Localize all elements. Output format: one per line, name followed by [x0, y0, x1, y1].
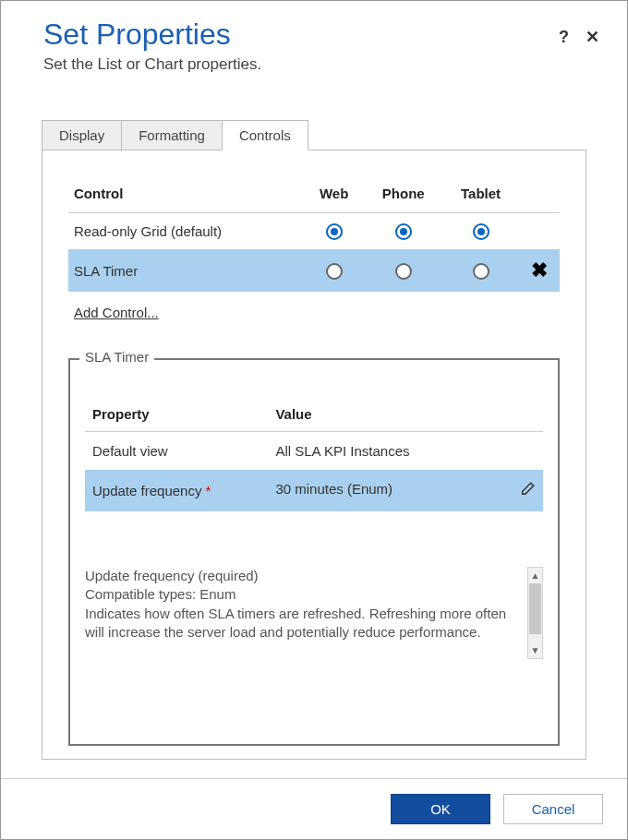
col-tablet: Tablet [443, 178, 519, 213]
add-control-link[interactable]: Add Control... [74, 305, 159, 320]
radio-tablet-sla[interactable] [473, 263, 489, 280]
tab-display[interactable]: Display [42, 120, 122, 150]
property-value: All SLA KPI Instances [268, 432, 543, 471]
col-property: Property [85, 399, 268, 432]
controls-panel: Control Web Phone Tablet Read-only Grid … [42, 150, 586, 760]
header-icons: ? ✕ [559, 27, 599, 47]
set-properties-dialog: Set Properties Set the List or Chart pro… [0, 0, 628, 840]
radio-phone-sla[interactable] [395, 263, 412, 280]
property-description-block: Update frequency (required) Compatible t… [85, 567, 543, 659]
radio-phone-readonly[interactable] [395, 223, 412, 240]
col-web: Web [304, 178, 363, 213]
property-value: 30 minutes (Enum) [268, 470, 543, 511]
property-name: Default view [85, 432, 268, 471]
radio-web-readonly[interactable] [326, 223, 343, 240]
tab-controls[interactable]: Controls [222, 120, 308, 150]
property-table: Property Value Default view All SLA KPI … [85, 399, 543, 511]
col-remove [518, 178, 560, 213]
dialog-title: Set Properties [43, 18, 585, 52]
fieldset-legend: SLA Timer [79, 349, 154, 365]
property-description: Update frequency (required) Compatible t… [85, 567, 527, 659]
edit-icon[interactable] [519, 481, 536, 500]
dialog-footer: OK Cancel [1, 778, 627, 839]
help-icon[interactable]: ? [559, 28, 569, 47]
control-table: Control Web Phone Tablet Read-only Grid … [68, 178, 560, 292]
scroll-up-icon[interactable]: ▲ [528, 568, 542, 583]
tab-formatting[interactable]: Formatting [121, 120, 223, 150]
ok-button[interactable]: OK [391, 794, 490, 824]
control-row-readonly-grid[interactable]: Read-only Grid (default) [68, 213, 560, 250]
dialog-header: Set Properties Set the List or Chart pro… [1, 1, 627, 83]
col-value: Value [268, 399, 543, 432]
dialog-subtitle: Set the List or Chart properties. [43, 55, 585, 74]
property-name: Update frequency * [85, 470, 268, 511]
control-name: SLA Timer [68, 249, 304, 292]
property-row-update-frequency[interactable]: Update frequency * 30 minutes (Enum) [85, 470, 543, 511]
control-row-sla-timer[interactable]: SLA Timer ✖ [68, 249, 560, 292]
property-row-default-view[interactable]: Default view All SLA KPI Instances [85, 432, 543, 471]
radio-web-sla[interactable] [326, 263, 343, 280]
close-icon[interactable]: ✕ [586, 27, 599, 47]
control-name: Read-only Grid (default) [68, 213, 304, 250]
scroll-down-icon[interactable]: ▼ [528, 642, 542, 658]
dialog-content: Display Formatting Controls Control Web … [1, 83, 627, 778]
remove-control-icon[interactable]: ✖ [531, 258, 548, 282]
col-control: Control [68, 178, 304, 213]
col-phone: Phone [364, 178, 443, 213]
scrollbar-thumb[interactable] [529, 583, 541, 634]
required-star-icon: * [206, 483, 211, 498]
cancel-button[interactable]: Cancel [503, 794, 603, 824]
radio-tablet-readonly[interactable] [473, 223, 489, 240]
description-scrollbar[interactable]: ▲ ▼ [527, 567, 543, 659]
tab-bar: Display Formatting Controls [42, 120, 586, 150]
sla-timer-fieldset: SLA Timer Property Value Default view Al… [68, 358, 560, 746]
